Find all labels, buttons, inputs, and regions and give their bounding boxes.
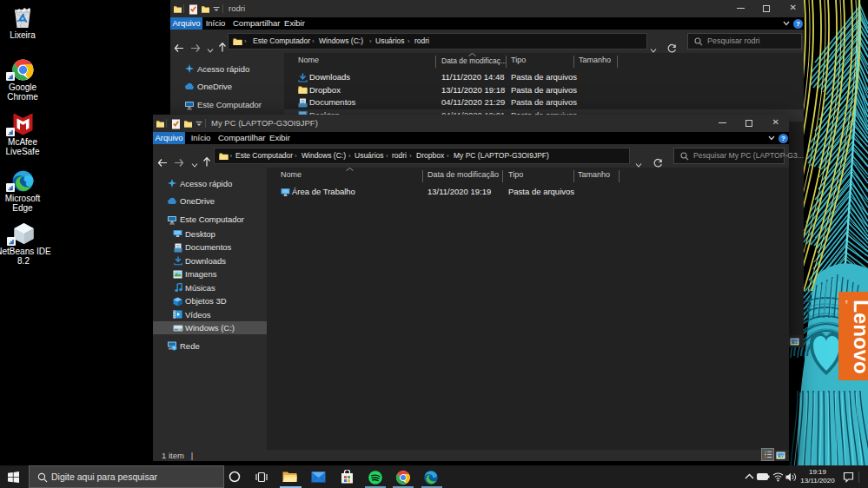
- svg-text:™: ™: [844, 300, 849, 304]
- svg-text:Lenovo: Lenovo: [850, 300, 868, 373]
